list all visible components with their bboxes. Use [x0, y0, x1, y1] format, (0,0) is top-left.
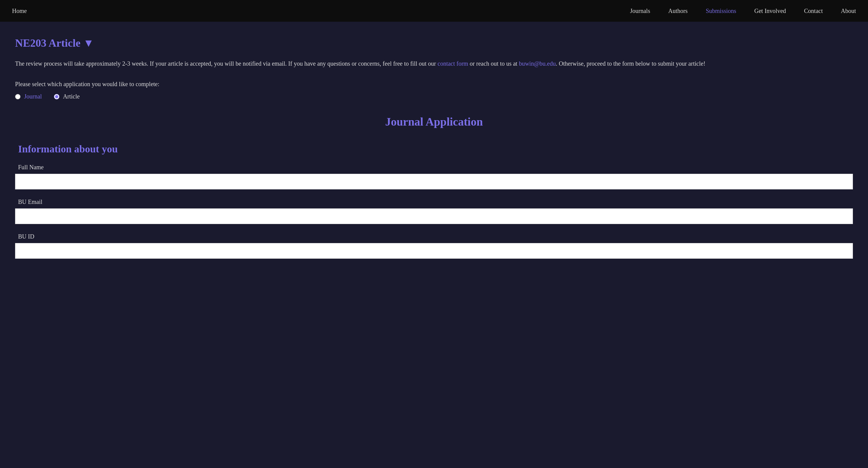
radio-article[interactable] [54, 94, 59, 99]
nav-right: Journals Authors Submissions Get Involve… [630, 7, 856, 14]
select-prompt: Please select which application you woul… [15, 81, 853, 88]
bu-email-label: BU Email [18, 198, 853, 205]
bu-email-group: BU Email [15, 198, 853, 224]
radio-article-label[interactable]: Article [54, 93, 80, 100]
description-part3: . Otherwise, proceed to the form below t… [556, 60, 706, 67]
form-container: Information about you Full Name BU Email… [15, 143, 853, 259]
email-link[interactable]: buwin@bu.edu [519, 60, 556, 67]
bu-id-group: BU ID [15, 233, 853, 259]
article-title: NE203 Article ▼ [15, 37, 853, 49]
full-name-group: Full Name [15, 164, 853, 190]
description-part2: or reach out to us at [468, 60, 519, 67]
nav-journals-link[interactable]: Journals [630, 7, 650, 14]
bu-id-label: BU ID [18, 233, 853, 240]
nav-get-involved-link[interactable]: Get Involved [754, 7, 786, 14]
description-part1: The review process will take approximate… [15, 60, 438, 67]
form-section-title: Journal Application [15, 115, 853, 128]
bu-email-input[interactable] [15, 208, 853, 224]
info-section-title: Information about you [18, 143, 853, 155]
radio-journal-text: Journal [24, 93, 42, 100]
radio-journal-label[interactable]: Journal [15, 93, 42, 100]
contact-form-link[interactable]: contact form [438, 60, 468, 67]
nav-about-link[interactable]: About [841, 7, 856, 14]
full-name-input[interactable] [15, 174, 853, 190]
nav-submissions-link[interactable]: Submissions [706, 7, 736, 14]
radio-journal[interactable] [15, 94, 21, 99]
nav-home-link[interactable]: Home [12, 7, 27, 14]
full-name-label: Full Name [18, 164, 853, 171]
navigation: Home Journals Authors Submissions Get In… [0, 0, 868, 22]
radio-group: Journal Article [15, 93, 853, 100]
nav-contact-link[interactable]: Contact [804, 7, 823, 14]
radio-article-text: Article [63, 93, 80, 100]
nav-left: Home [12, 7, 27, 14]
main-content: NE203 Article ▼ The review process will … [0, 22, 868, 292]
nav-authors-link[interactable]: Authors [668, 7, 687, 14]
bu-id-input[interactable] [15, 243, 853, 259]
description-text: The review process will take approximate… [15, 59, 853, 69]
